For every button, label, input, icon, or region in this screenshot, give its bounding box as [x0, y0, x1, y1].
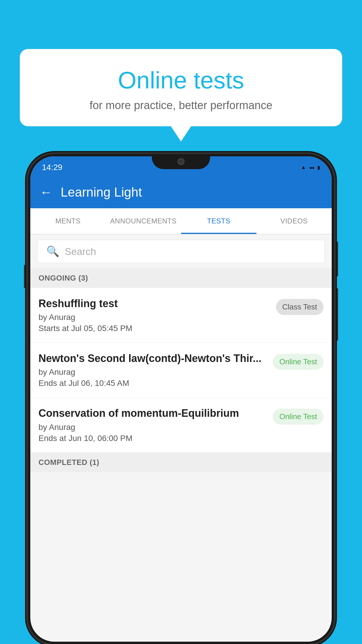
test-date-2: Ends at Jul 06, 10:45 AM — [38, 379, 267, 388]
test-name-2: Newton's Second law(contd)-Newton's Thir… — [38, 352, 267, 365]
tab-announcements[interactable]: ANNOUNCEMENTS — [106, 208, 181, 234]
power-button — [334, 242, 338, 276]
phone-device: 14:29 ▲ ◂◂ ▮ ← Learning Light MENTS ANNO… — [28, 154, 334, 644]
camera — [178, 158, 184, 165]
bubble-subtitle: for more practice, better performance — [37, 99, 325, 112]
test-author-1: by Anurag — [38, 313, 270, 322]
volume-button — [24, 265, 28, 288]
app-title: Learning Light — [61, 185, 142, 200]
test-item-3[interactable]: Conservation of momentum-Equilibrium by … — [30, 398, 332, 452]
ongoing-section-header: ONGOING (3) — [30, 268, 332, 288]
test-name-1: Reshuffling test — [38, 297, 270, 310]
phone-notch — [152, 154, 210, 169]
status-icons: ▲ ◂◂ ▮ — [301, 165, 320, 170]
test-badge-2: Online Test — [273, 354, 324, 370]
test-date-1: Starts at Jul 05, 05:45 PM — [38, 324, 270, 333]
test-name-3: Conservation of momentum-Equilibrium — [38, 407, 267, 419]
search-bar[interactable]: 🔍 Search — [37, 240, 325, 263]
phone-frame: 14:29 ▲ ◂◂ ▮ ← Learning Light MENTS ANNO… — [28, 154, 334, 644]
test-info-1: Reshuffling test by Anurag Starts at Jul… — [38, 297, 276, 333]
signal-icon: ◂◂ — [309, 165, 314, 170]
battery-icon: ▮ — [317, 165, 320, 170]
test-info-2: Newton's Second law(contd)-Newton's Thir… — [38, 352, 273, 388]
back-button[interactable]: ← — [40, 185, 52, 200]
phone-screen: 14:29 ▲ ◂◂ ▮ ← Learning Light MENTS ANNO… — [30, 156, 332, 642]
search-input[interactable]: Search — [65, 246, 96, 257]
volume-down-button — [334, 288, 338, 341]
status-time: 14:29 — [42, 163, 62, 172]
completed-section-header: COMPLETED (1) — [30, 453, 332, 472]
test-badge-3: Online Test — [273, 409, 324, 425]
test-item-1[interactable]: Reshuffling test by Anurag Starts at Jul… — [30, 288, 332, 343]
wifi-icon: ▲ — [301, 165, 306, 170]
bubble-title: Online tests — [37, 66, 325, 94]
tab-ments[interactable]: MENTS — [30, 208, 106, 234]
tab-tests[interactable]: TESTS — [181, 208, 256, 234]
tab-videos[interactable]: VIDEOS — [256, 208, 332, 234]
tabs-bar: MENTS ANNOUNCEMENTS TESTS VIDEOS — [30, 208, 332, 235]
test-info-3: Conservation of momentum-Equilibrium by … — [38, 407, 273, 443]
test-author-3: by Anurag — [38, 423, 267, 432]
search-icon: 🔍 — [46, 245, 59, 258]
search-container: 🔍 Search — [30, 235, 332, 268]
speech-bubble: Online tests for more practice, better p… — [20, 49, 342, 126]
app-header: ← Learning Light — [30, 176, 332, 208]
test-date-3: Ends at Jun 10, 06:00 PM — [38, 434, 267, 443]
test-badge-1: Class Test — [276, 299, 324, 315]
test-author-2: by Anurag — [38, 368, 267, 377]
test-list: Reshuffling test by Anurag Starts at Jul… — [30, 288, 332, 453]
test-item-2[interactable]: Newton's Second law(contd)-Newton's Thir… — [30, 343, 332, 398]
